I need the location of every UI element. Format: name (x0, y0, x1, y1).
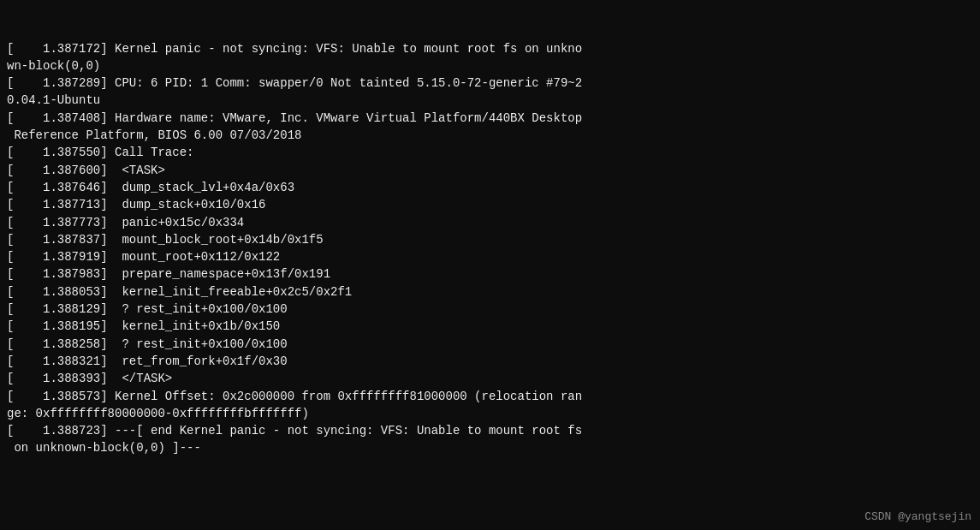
terminal-line: [ 1.388129] ? rest_init+0x100/0x100 (7, 301, 973, 318)
terminal-line: 0.04.1-Ubuntu (7, 92, 973, 109)
terminal-line: [ 1.387408] Hardware name: VMware, Inc. … (7, 110, 973, 127)
terminal-line: [ 1.387550] Call Trace: (7, 144, 973, 161)
terminal-line: [ 1.387983] prepare_namespace+0x13f/0x19… (7, 265, 973, 283)
terminal-line: [ 1.388195] kernel_init+0x1b/0x150 (7, 318, 973, 335)
watermark: CSDN @yangtsejin (864, 510, 971, 523)
terminal-line: [ 1.388321] ret_from_fork+0x1f/0x30 (7, 353, 973, 370)
terminal-line: [ 1.388573] Kernel Offset: 0x2c000000 fr… (7, 388, 973, 405)
terminal-line: [ 1.388053] kernel_init_freeable+0x2c5/0… (7, 283, 973, 301)
terminal-line: on unknown-block(0,0) ]--- (7, 439, 973, 456)
terminal-line: [ 1.388258] ? rest_init+0x100/0x100 (7, 336, 973, 353)
terminal-line: ge: 0xffffffff80000000-0xffffffffbffffff… (7, 405, 973, 422)
terminal-window: [ 1.387172] Kernel panic - not syncing: … (0, 0, 980, 530)
terminal-line: [ 1.387837] mount_block_root+0x14b/0x1f5 (7, 231, 973, 248)
terminal-line: wn-block(0,0) (7, 57, 973, 74)
terminal-line: [ 1.388393] </TASK> (7, 370, 973, 387)
terminal-line: [ 1.387289] CPU: 6 PID: 1 Comm: swapper/… (7, 74, 973, 92)
terminal-line: [ 1.387713] dump_stack+0x10/0x16 (7, 196, 973, 213)
terminal-line: [ 1.387600] <TASK> (7, 162, 973, 179)
terminal-line: [ 1.387172] Kernel panic - not syncing: … (7, 40, 973, 57)
terminal-line: [ 1.387773] panic+0x15c/0x334 (7, 214, 973, 231)
terminal-output: [ 1.387172] Kernel panic - not syncing: … (7, 5, 973, 457)
terminal-line: [ 1.387646] dump_stack_lvl+0x4a/0x63 (7, 179, 973, 196)
terminal-line: Reference Platform, BIOS 6.00 07/03/2018 (7, 127, 973, 144)
terminal-line: [ 1.388723] ---[ end Kernel panic - not … (7, 422, 973, 439)
terminal-line: [ 1.387919] mount_root+0x112/0x122 (7, 248, 973, 265)
